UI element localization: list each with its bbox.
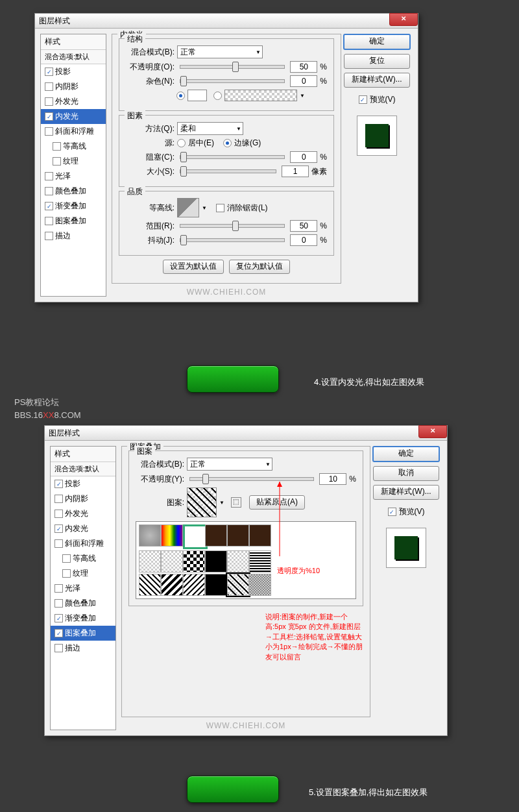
ok-button[interactable]: 确定 [343, 34, 411, 50]
style-checkbox[interactable] [45, 172, 53, 180]
style-checkbox[interactable]: ✓ [54, 629, 63, 637]
style-item[interactable]: 斜面和浮雕 [51, 536, 115, 551]
gradient-swatch[interactable] [224, 90, 297, 101]
style-item[interactable]: 光泽 [41, 169, 106, 184]
pattern-swatch[interactable] [183, 524, 208, 549]
opacity-slider[interactable] [180, 65, 285, 69]
style-checkbox[interactable] [54, 644, 63, 652]
new-style-button[interactable]: 新建样式(W)... [344, 73, 410, 88]
opacity-input[interactable]: 50 [290, 61, 317, 73]
range-slider[interactable] [180, 224, 285, 228]
styles-header[interactable]: 样式 [41, 34, 106, 50]
pattern-swatch[interactable] [205, 550, 227, 572]
style-checkbox[interactable] [54, 510, 63, 518]
reset-button[interactable]: 复位 [344, 54, 410, 69]
style-checkbox[interactable] [53, 142, 61, 151]
styles-header[interactable]: 样式 [51, 447, 115, 462]
source-center-radio[interactable] [177, 139, 186, 147]
pattern-picker-dropdown[interactable] [136, 521, 356, 599]
blend-options[interactable]: 混合选项:默认 [41, 50, 106, 64]
pattern-swatch[interactable] [139, 524, 161, 547]
style-checkbox[interactable]: ✓ [45, 202, 53, 210]
style-checkbox[interactable] [45, 232, 53, 240]
style-item[interactable]: 描边 [41, 228, 106, 243]
method-select[interactable]: 柔和 [177, 122, 243, 135]
pattern-swatch[interactable] [249, 524, 271, 547]
pattern-swatch[interactable] [249, 574, 271, 596]
pattern-swatch[interactable] [227, 574, 249, 596]
style-item[interactable]: 颜色叠加 [51, 596, 115, 611]
style-checkbox[interactable] [45, 97, 53, 106]
noise-input[interactable]: 0 [290, 75, 317, 87]
size-input[interactable]: 1 [282, 166, 309, 177]
style-item[interactable]: ✓渐变叠加 [51, 611, 115, 626]
set-default-button[interactable]: 设置为默认值 [163, 260, 224, 274]
style-item[interactable]: ✓图案叠加 [51, 626, 115, 641]
pattern-swatch[interactable] [227, 550, 249, 572]
style-item[interactable]: 外发光 [41, 94, 106, 109]
blend-options[interactable]: 混合选项:默认 [51, 462, 115, 476]
style-checkbox[interactable]: ✓ [54, 614, 63, 622]
pattern-swatch[interactable] [161, 524, 183, 547]
style-checkbox[interactable] [62, 554, 71, 563]
chevron-down-icon[interactable]: ▼ [219, 500, 224, 506]
pattern-swatch[interactable] [183, 550, 205, 572]
pattern-swatch[interactable] [205, 524, 227, 547]
style-checkbox[interactable] [45, 127, 53, 136]
style-checkbox[interactable] [45, 82, 53, 91]
style-checkbox[interactable] [54, 495, 63, 503]
blend-mode-select[interactable]: 正常 [177, 45, 263, 58]
style-item[interactable]: 斜面和浮雕 [41, 124, 106, 139]
style-checkbox[interactable] [53, 157, 61, 166]
style-checkbox[interactable] [54, 584, 63, 593]
style-item[interactable]: 内阴影 [41, 79, 106, 94]
source-edge-radio[interactable] [223, 139, 232, 147]
style-checkbox[interactable] [54, 539, 63, 548]
pattern-swatch[interactable] [249, 550, 271, 572]
style-checkbox[interactable]: ✓ [54, 480, 63, 488]
preview-checkbox[interactable]: ✓ [359, 95, 367, 104]
style-item[interactable]: 描边 [51, 641, 115, 656]
titlebar[interactable]: 图层样式 ✕ [35, 14, 418, 29]
ok-button[interactable]: 确定 [372, 446, 440, 462]
chevron-down-icon[interactable]: ▼ [300, 93, 305, 99]
style-checkbox[interactable]: ✓ [54, 524, 63, 533]
close-button[interactable]: ✕ [389, 13, 418, 26]
style-item[interactable]: 颜色叠加 [41, 184, 106, 199]
color-radio[interactable] [176, 92, 185, 100]
titlebar[interactable]: 图层样式 ✕ [45, 426, 447, 441]
choke-input[interactable]: 0 [290, 151, 317, 163]
range-input[interactable]: 50 [290, 220, 317, 232]
gradient-radio[interactable] [213, 92, 222, 100]
pattern-preview[interactable] [187, 487, 217, 517]
reset-default-button[interactable]: 复位为默认值 [229, 260, 290, 274]
style-item[interactable]: 外发光 [51, 506, 115, 521]
pattern-swatch[interactable] [227, 524, 249, 547]
close-button[interactable]: ✕ [418, 425, 447, 438]
style-item[interactable]: 纹理 [41, 154, 106, 169]
opacity-slider[interactable] [189, 477, 314, 481]
style-item[interactable]: ✓投影 [51, 476, 115, 491]
style-item[interactable]: 图案叠加 [41, 214, 106, 228]
pattern-swatch[interactable] [139, 574, 161, 596]
style-item[interactable]: ✓投影 [41, 64, 106, 79]
chevron-down-icon[interactable]: ▼ [202, 205, 207, 211]
style-checkbox[interactable]: ✓ [45, 68, 53, 76]
style-checkbox[interactable] [54, 599, 63, 608]
style-item[interactable]: ✓内发光 [41, 109, 106, 124]
pattern-swatch[interactable] [183, 574, 205, 596]
pattern-swatch[interactable] [139, 550, 161, 572]
preview-checkbox[interactable]: ✓ [388, 508, 396, 516]
style-checkbox[interactable] [45, 217, 53, 225]
contour-picker[interactable] [177, 198, 199, 217]
noise-slider[interactable] [180, 79, 285, 83]
jitter-input[interactable]: 0 [290, 234, 317, 246]
style-item[interactable]: 纹理 [51, 566, 115, 581]
color-swatch[interactable] [187, 90, 207, 101]
style-checkbox[interactable] [62, 569, 71, 578]
new-preset-icon[interactable]: ⬚ [231, 497, 241, 508]
size-slider[interactable] [180, 169, 276, 173]
style-checkbox[interactable]: ✓ [45, 112, 53, 121]
style-item[interactable]: 内阴影 [51, 491, 115, 506]
jitter-slider[interactable] [180, 238, 285, 242]
